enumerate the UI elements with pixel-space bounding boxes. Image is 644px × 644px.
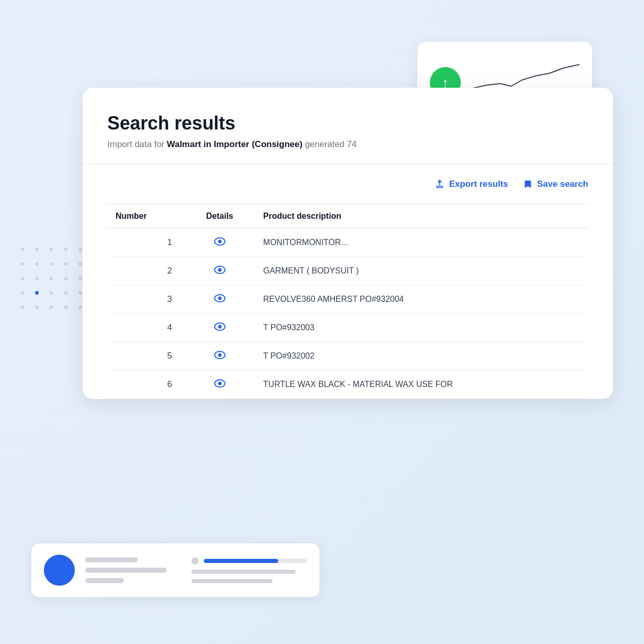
bookmark-icon <box>523 179 533 189</box>
save-search-label: Save search <box>537 179 588 189</box>
svg-point-3 <box>218 240 221 244</box>
row-details-2[interactable] <box>184 257 255 285</box>
svg-point-9 <box>218 325 221 329</box>
subtitle-suffix: generated 74 <box>302 139 357 149</box>
row-product-6: TURTLE WAX BLACK - MATERIAL WAX USE FOR <box>255 371 588 399</box>
row-number: 2 <box>107 257 184 285</box>
detail-progress-section <box>191 557 307 583</box>
results-card: Search results Import data for Walmart i… <box>83 88 613 399</box>
svg-rect-1 <box>436 187 443 188</box>
progress-row-main <box>191 557 307 565</box>
col-number: Number <box>107 204 184 229</box>
dot-grid-decoration <box>21 248 88 315</box>
row-details-1[interactable] <box>184 229 255 257</box>
table-header-row: Number Details Product description <box>107 204 588 229</box>
row-details-4[interactable] <box>184 314 255 342</box>
svg-rect-0 <box>436 186 443 187</box>
row-product-4: T PO#932003 <box>255 314 588 342</box>
row-number: 6 <box>107 371 184 399</box>
progress-line-2 <box>191 579 272 583</box>
toolbar: Export results Save search <box>107 175 588 189</box>
subtitle-prefix: Import data for <box>107 139 167 149</box>
table-row: 6 TURTLE WAX BLACK - MATERIAL WAX USE FO… <box>107 371 588 399</box>
export-button[interactable]: Export results <box>434 179 508 189</box>
row-details-6[interactable] <box>184 371 255 399</box>
detail-avatar <box>44 555 75 586</box>
row-product-3: REVOLVE360 AMHERST PO#932004 <box>255 285 588 314</box>
results-table: Number Details Product description 1 <box>107 204 588 399</box>
eye-icon[interactable] <box>214 379 226 388</box>
row-number: 1 <box>107 229 184 257</box>
svg-point-7 <box>218 297 221 300</box>
progress-bar-fill <box>204 559 278 563</box>
table-row: 4 T PO#932003 <box>107 314 588 342</box>
row-product-2: GARMENT ( BODYSUIT ) <box>255 257 588 285</box>
detail-card <box>31 543 320 598</box>
svg-point-13 <box>218 382 221 385</box>
col-details: Details <box>184 204 255 229</box>
eye-icon[interactable] <box>214 294 226 303</box>
row-product-5: T PO#932002 <box>255 342 588 371</box>
page-background: ↑ Search results Import data for Walmart… <box>0 0 644 644</box>
progress-bar-background <box>204 559 307 563</box>
row-number: 4 <box>107 314 184 342</box>
detail-line-short <box>85 557 138 562</box>
divider-top <box>83 164 613 165</box>
table-row: 2 GARMENT ( BODYSUIT ) <box>107 257 588 285</box>
col-product: Product description <box>255 204 588 229</box>
detail-line-medium <box>85 568 167 573</box>
detail-line-short2 <box>85 578 124 583</box>
progress-line-1 <box>191 570 295 574</box>
eye-icon[interactable] <box>214 237 226 246</box>
row-details-5[interactable] <box>184 342 255 371</box>
table-row: 3 REVOLVE360 AMHERST PO#932004 <box>107 285 588 314</box>
progress-dot <box>191 557 199 565</box>
export-label: Export results <box>449 179 508 189</box>
eye-icon[interactable] <box>214 322 226 331</box>
export-icon <box>434 179 445 189</box>
eye-icon[interactable] <box>214 350 226 360</box>
save-search-button[interactable]: Save search <box>523 179 588 189</box>
row-details-3[interactable] <box>184 285 255 314</box>
svg-point-5 <box>218 268 221 272</box>
row-product-1: MONITORMONITOR... <box>255 229 588 257</box>
row-number: 3 <box>107 285 184 314</box>
subtitle-entity: Walmart in Importer (Consignee) <box>167 139 302 149</box>
table-row: 5 T PO#932002 <box>107 342 588 371</box>
row-number: 5 <box>107 342 184 371</box>
results-subtitle: Import data for Walmart in Importer (Con… <box>107 139 588 150</box>
svg-point-11 <box>218 353 221 357</box>
eye-icon[interactable] <box>214 265 226 275</box>
table-row: 1 MONITORMONITOR... <box>107 229 588 257</box>
results-title: Search results <box>107 112 588 134</box>
detail-lines <box>85 557 181 583</box>
